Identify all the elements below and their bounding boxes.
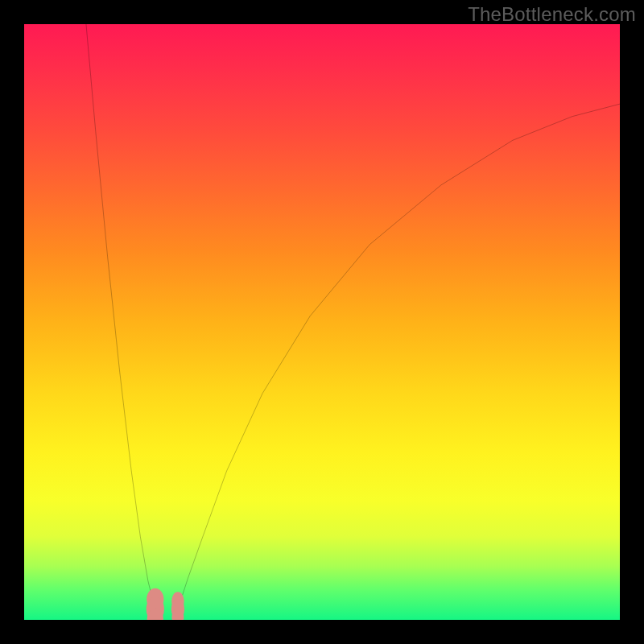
curve-group — [86, 24, 620, 620]
curve-layer — [24, 24, 620, 620]
cluster-left — [147, 588, 164, 620]
cluster-right — [171, 592, 184, 620]
right-curve — [173, 104, 620, 620]
chart-frame: TheBottleneck.com — [0, 0, 644, 644]
left-curve — [86, 24, 161, 620]
plot-area — [24, 24, 620, 620]
attribution-text: TheBottleneck.com — [468, 3, 636, 26]
marker-group — [147, 588, 184, 620]
